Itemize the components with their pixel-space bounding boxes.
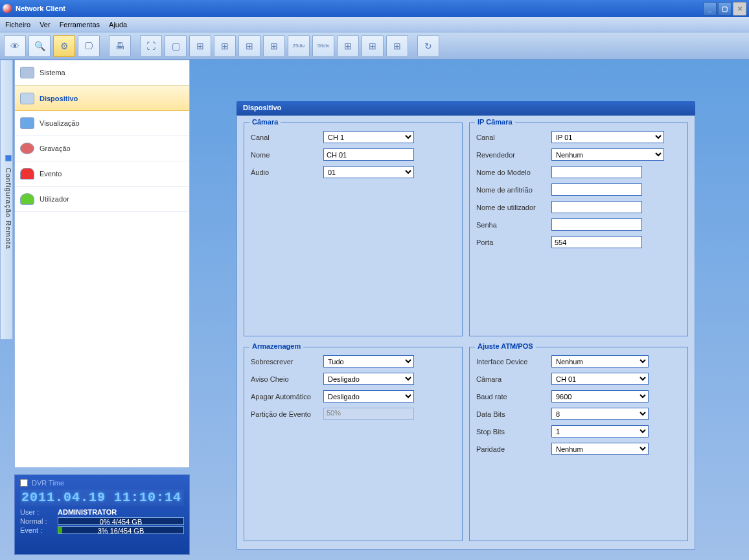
sistema-icon <box>20 67 34 78</box>
evento-icon <box>20 168 34 180</box>
ip-host-input[interactable] <box>551 183 642 196</box>
toolbar-live-button[interactable]: 👁 <box>4 35 26 57</box>
normal-label: Normal : <box>20 517 54 525</box>
legend-atm: Ajuste ATM/POS <box>475 342 536 350</box>
fieldset-armazenagem: Armazenagem SobrescreverTudo Aviso Cheio… <box>244 347 463 541</box>
ip-user-input[interactable] <box>551 201 642 213</box>
toolbar-settings-button[interactable]: ⚙ <box>53 35 75 57</box>
baud-label: Baud rate <box>476 393 551 401</box>
ip-modelo-input[interactable] <box>551 166 642 178</box>
toolbar-layout8-button[interactable]: ⊞ <box>238 35 260 57</box>
aviso-label: Aviso Cheio <box>251 375 323 383</box>
stopbits-select[interactable]: 1 <box>551 425 649 438</box>
sidebar-item-visualizacao[interactable]: Visualização <box>15 111 189 136</box>
gravacao-icon <box>20 143 34 154</box>
aviso-select[interactable]: Desligado <box>323 373 414 385</box>
toolbar-refresh-button[interactable]: ↻ <box>417 35 439 57</box>
toolbar-layout36-button[interactable]: ⊞ <box>386 35 408 57</box>
sidebar-item-label: Utilizador <box>40 195 69 203</box>
ip-user-label: Nome de utilizador <box>476 204 551 211</box>
utilizador-icon <box>20 193 34 205</box>
apagar-select[interactable]: Desligado <box>323 390 414 402</box>
toolbar-layout1-button[interactable]: ▢ <box>165 35 187 57</box>
sidebar-item-label: Visualização <box>40 119 80 127</box>
apagar-label: Apagar Automático <box>251 393 323 401</box>
tab-indicator-icon <box>5 155 12 161</box>
baud-select[interactable]: 9600 <box>551 390 649 402</box>
normal-progress-text: 0% 4/454 GB <box>100 518 142 526</box>
databits-label: Data Bits <box>476 410 551 418</box>
menu-ver[interactable]: Ver <box>40 21 51 29</box>
toolbar-layout9-button[interactable]: ⊞ <box>263 35 285 57</box>
menu-ferramentas[interactable]: Ferramentas <box>60 21 100 29</box>
sidebar-item-label: Evento <box>40 170 62 178</box>
atm-cam-select[interactable]: CH 01 <box>551 373 649 385</box>
ip-canal-label: Canal <box>476 134 551 141</box>
sidebar-item-utilizador[interactable]: Utilizador <box>15 187 189 212</box>
event-label: Event : <box>20 526 54 534</box>
part-label: Partição de Evento <box>251 410 323 418</box>
content-header: Dispositivo <box>236 101 695 115</box>
dvr-time-checkbox[interactable]: DVR Time <box>20 479 184 487</box>
toolbar-36div-button[interactable]: 36div <box>312 35 334 57</box>
nome-input[interactable] <box>323 148 414 161</box>
minimize-button[interactable]: _ <box>703 2 717 16</box>
close-button[interactable]: ✕ <box>733 2 746 16</box>
sidebar-item-sistema[interactable]: Sistema <box>15 60 189 86</box>
sidebar-item-gravacao[interactable]: Gravação <box>15 136 189 161</box>
ip-revend-select[interactable]: Nenhum <box>551 148 664 161</box>
normal-progress-bar: 0% 4/454 GB <box>58 517 184 525</box>
toolbar: 👁 🔍 ⚙ 🖵 🖶 ⛶ ▢ ⊞ ⊞ ⊞ ⊞ 25div 36div ⊞ ⊞ ⊞ … <box>0 32 749 60</box>
toolbar-fullscreen-button[interactable]: ⛶ <box>140 35 162 57</box>
legend-ip: IP Câmara <box>475 118 515 126</box>
canal-label: Canal <box>251 134 323 141</box>
dvr-time-check-input[interactable] <box>20 479 28 487</box>
menu-ficheiro[interactable]: Ficheiro <box>5 21 30 29</box>
stopbits-label: Stop Bits <box>476 428 551 436</box>
toolbar-search-button[interactable]: 🔍 <box>29 35 51 57</box>
user-value: ADMINISTRATOR <box>58 508 117 516</box>
databits-select[interactable]: 8 <box>551 408 649 420</box>
sobre-select[interactable]: Tudo <box>323 355 414 368</box>
canal-select[interactable]: CH 1 <box>323 131 414 143</box>
toolbar-25div-button[interactable]: 25div <box>288 35 310 57</box>
nome-label: Nome <box>251 151 323 159</box>
app-logo-icon <box>3 4 12 13</box>
ip-senha-label: Senha <box>476 221 551 229</box>
paridade-label: Paridade <box>476 445 551 453</box>
sidebar-item-label: Sistema <box>40 69 65 76</box>
app-title: Network Client <box>16 5 65 12</box>
toolbar-print-button[interactable]: 🖶 <box>109 35 131 57</box>
toolbar-layout16-button[interactable]: ⊞ <box>337 35 359 57</box>
toolbar-layout25-button[interactable]: ⊞ <box>362 35 384 57</box>
user-label: User : <box>20 508 54 516</box>
ip-senha-input[interactable] <box>551 218 642 231</box>
menu-ajuda[interactable]: Ajuda <box>109 21 127 29</box>
maximize-button[interactable]: ▢ <box>718 2 732 16</box>
sidebar-item-dispositivo[interactable]: Dispositivo <box>15 86 189 111</box>
ip-porta-input[interactable] <box>551 236 642 248</box>
iface-select[interactable]: Nenhum <box>551 355 649 368</box>
sidebar-item-label: Gravação <box>40 145 71 152</box>
dvr-time-label: DVR Time <box>32 479 64 487</box>
dispositivo-icon <box>20 93 34 104</box>
audio-select[interactable]: 01 <box>323 166 414 178</box>
paridade-select[interactable]: Nenhum <box>551 443 649 455</box>
visualizacao-icon <box>20 117 34 129</box>
toolbar-layout4-button[interactable]: ⊞ <box>189 35 211 57</box>
fieldset-ip-camara: IP Câmara CanalIP 01 RevendedorNenhum No… <box>469 122 688 336</box>
content-title: Dispositivo <box>243 104 281 111</box>
ip-modelo-label: Nome do Modelo <box>476 169 551 176</box>
menu-bar: Ficheiro Ver Ferramentas Ajuda <box>0 17 749 32</box>
sidebar-item-evento[interactable]: Evento <box>15 161 189 187</box>
toolbar-layout6-button[interactable]: ⊞ <box>214 35 236 57</box>
ip-revend-label: Revendedor <box>476 151 551 159</box>
toolbar-monitor-button[interactable]: 🖵 <box>78 35 100 57</box>
ip-canal-select[interactable]: IP 01 <box>551 131 664 143</box>
legend-camara: Câmara <box>249 118 281 126</box>
event-progress-text: 3% 16/454 GB <box>98 527 144 535</box>
event-progress-bar: 3% 16/454 GB <box>58 526 184 534</box>
iface-label: Interface Device <box>476 358 551 366</box>
vertical-tab-remote-config[interactable]: Configuração Remota <box>0 60 13 340</box>
audio-label: Áudio <box>251 169 323 176</box>
